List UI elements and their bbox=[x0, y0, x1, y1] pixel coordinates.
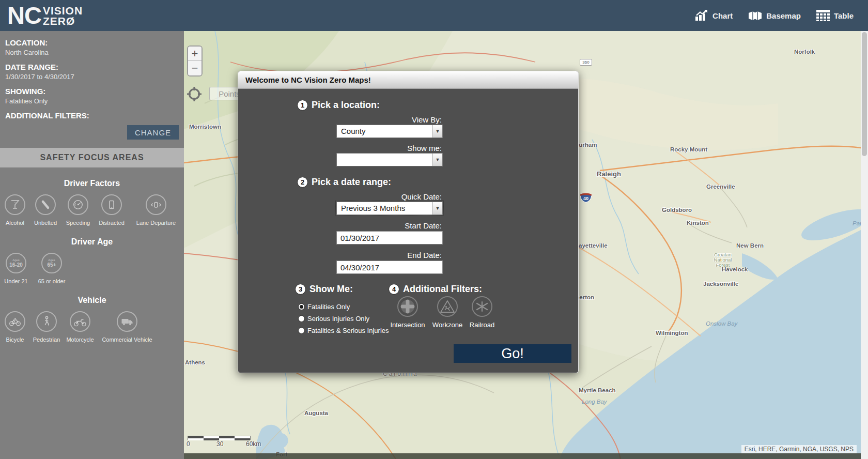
table-button[interactable]: Table bbox=[816, 10, 854, 21]
map-label: Long Bay bbox=[582, 399, 607, 405]
filter-65-or-older[interactable]: Ages 65+ 65 or older bbox=[31, 253, 72, 284]
chart-button-label: Chart bbox=[712, 11, 733, 20]
map-label: Fayetteville bbox=[575, 242, 608, 249]
filter-intersection[interactable] bbox=[397, 296, 418, 317]
scrollbar-thumb[interactable] bbox=[862, 32, 867, 156]
view-by-select[interactable]: County ▼ bbox=[336, 125, 443, 138]
filter-label: Unbelted bbox=[34, 220, 57, 226]
basemap-icon bbox=[748, 11, 762, 21]
seatbelt-icon bbox=[35, 194, 56, 215]
chevron-down-icon[interactable]: ▼ bbox=[432, 202, 442, 215]
filter-distracted[interactable]: Distracted bbox=[94, 194, 129, 226]
modal-title: Welcome to NC Vision Zero Maps! bbox=[238, 71, 578, 89]
truck-icon bbox=[117, 311, 137, 332]
map-bottom-band bbox=[184, 453, 861, 459]
zoom-in-button[interactable]: + bbox=[188, 47, 202, 61]
vehicle-row: Bicycle Pedestrian Motorcycle Commercial… bbox=[0, 311, 184, 343]
zoom-out-button[interactable]: − bbox=[188, 61, 202, 75]
map-label: Greenville bbox=[706, 183, 735, 190]
showing-label: SHOWING: bbox=[5, 87, 179, 96]
welcome-modal: Welcome to NC Vision Zero Maps! 1 Pick a… bbox=[238, 71, 579, 373]
page-scrollbar[interactable] bbox=[861, 31, 868, 459]
map-label: Pamlico bbox=[853, 220, 861, 226]
top-navbar: NC VISION ZERØ Chart Basemap Table bbox=[0, 0, 868, 31]
filter-label: Motorcycle bbox=[66, 336, 94, 343]
ages-badge-top: Ages bbox=[48, 258, 55, 262]
map-label: Kinston bbox=[687, 220, 709, 226]
additional-filters-label: ADDITIONAL FILTERS: bbox=[5, 111, 179, 120]
radio-icon[interactable] bbox=[298, 303, 305, 310]
map-label: Goldsboro bbox=[662, 207, 692, 213]
show-me-select[interactable]: ▼ bbox=[336, 153, 443, 166]
quick-date-select[interactable]: Previous 3 Months ▼ bbox=[336, 202, 443, 215]
filter-pedestrian[interactable]: Pedestrian bbox=[29, 311, 64, 343]
chevron-down-icon[interactable]: ▼ bbox=[432, 154, 442, 166]
lane-departure-icon bbox=[146, 194, 166, 215]
phone-icon bbox=[101, 194, 122, 215]
filter-label: Alcohol bbox=[6, 220, 24, 226]
ages-badge: 16-20 bbox=[9, 262, 23, 268]
filter-label: 65 or older bbox=[38, 278, 66, 284]
table-button-label: Table bbox=[834, 11, 854, 20]
safety-focus-areas-header: SAFETY FOCUS AREAS bbox=[0, 148, 184, 167]
scale-30: 30 bbox=[216, 440, 223, 448]
map-label: Augusta bbox=[304, 410, 328, 416]
map-label: Norfolk bbox=[794, 49, 815, 55]
show-me-label: Show me: bbox=[407, 144, 442, 152]
locate-button[interactable] bbox=[186, 86, 203, 102]
chevron-down-icon[interactable]: ▼ bbox=[432, 125, 442, 137]
table-icon bbox=[816, 10, 830, 21]
end-date-input[interactable] bbox=[336, 261, 443, 274]
filter-workzone[interactable] bbox=[437, 296, 458, 317]
scale-0: 0 bbox=[187, 440, 190, 448]
driver-age-title: Driver Age bbox=[0, 237, 184, 247]
radio-serious-injuries-only[interactable]: Serious Injuries Only bbox=[298, 315, 369, 323]
chart-button[interactable]: Chart bbox=[695, 10, 733, 21]
section-heading-text: Pick a date range: bbox=[312, 177, 391, 188]
route-360-shield: 360 bbox=[580, 59, 592, 66]
start-date-input[interactable] bbox=[336, 231, 443, 244]
speedometer-icon bbox=[68, 194, 88, 215]
logo-vision-zero: VISION ZERØ bbox=[43, 6, 83, 26]
left-sidebar: LOCATION: North Carolina DATE RANGE: 1/3… bbox=[0, 31, 184, 459]
map-label: Havelock bbox=[722, 266, 748, 272]
radio-label: Fatalities Only bbox=[307, 303, 350, 311]
start-date-label: Start Date: bbox=[405, 221, 442, 230]
workzone-icon bbox=[439, 298, 456, 315]
basemap-button[interactable]: Basemap bbox=[748, 11, 801, 21]
view-by-value: County bbox=[337, 125, 432, 137]
app-logo: NC VISION ZERØ bbox=[7, 2, 83, 29]
quick-date-value: Previous 3 Months bbox=[337, 202, 432, 215]
filter-speeding[interactable]: Speeding bbox=[62, 194, 94, 226]
section-heading-text: Additional Filters: bbox=[403, 284, 482, 295]
show-me-value bbox=[337, 154, 432, 166]
map-scalebar bbox=[188, 436, 251, 440]
location-value: North Carolina bbox=[5, 49, 179, 56]
radio-icon[interactable] bbox=[298, 327, 305, 334]
ages-65-icon: Ages 65+ bbox=[41, 253, 62, 273]
radio-fatalities-and-serious-injuries[interactable]: Fatalities & Serious Injuries bbox=[298, 327, 389, 334]
chart-icon bbox=[695, 10, 708, 21]
go-button[interactable]: Go! bbox=[454, 344, 571, 363]
filter-commercial-vehicle[interactable]: Commercial Vehicle bbox=[96, 311, 158, 343]
section-heading-text: Pick a location: bbox=[312, 100, 380, 111]
filter-label: Speeding bbox=[66, 220, 90, 226]
radio-fatalities-only[interactable]: Fatalities Only bbox=[298, 303, 350, 311]
filter-label: Lane Departure bbox=[136, 220, 176, 226]
bicycle-icon bbox=[5, 311, 25, 332]
change-button[interactable]: CHANGE bbox=[127, 125, 179, 140]
filter-unbelted[interactable]: Unbelted bbox=[29, 194, 62, 226]
filter-under-21[interactable]: Ages 16-20 Under 21 bbox=[1, 253, 31, 284]
filter-motorcycle[interactable]: Motorcycle bbox=[64, 311, 96, 343]
railroad-icon bbox=[473, 298, 491, 315]
filter-bicycle[interactable]: Bicycle bbox=[1, 311, 29, 343]
radio-icon[interactable] bbox=[298, 315, 305, 322]
date-range-label: DATE RANGE: bbox=[5, 63, 179, 71]
map-attribution: Esri, HERE, Garmin, NGA, USGS, NPS bbox=[741, 445, 857, 453]
filter-lane-departure[interactable]: Lane Departure bbox=[129, 194, 183, 226]
zoom-control: + − bbox=[187, 45, 203, 76]
section-pick-date-range: 2 Pick a date range: bbox=[297, 177, 391, 188]
showing-value: Fatalities Only bbox=[5, 97, 179, 105]
filter-alcohol[interactable]: Alcohol bbox=[1, 194, 29, 226]
filter-railroad[interactable] bbox=[472, 296, 492, 317]
